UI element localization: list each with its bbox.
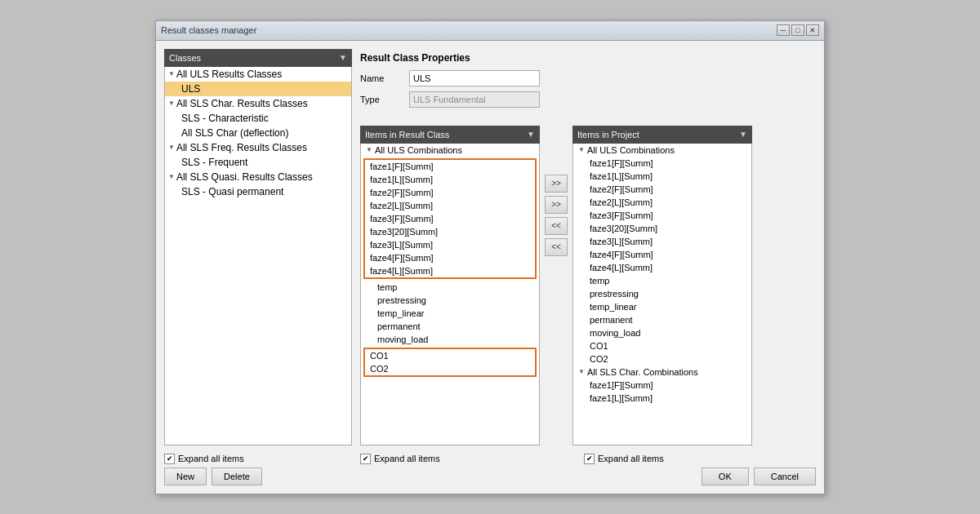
arrow-space [548,454,576,464]
proj-item-faze3f[interactable]: faze3[F][Summ] [573,209,751,222]
result-item-faze3-20[interactable]: faze3[20][Summ] [365,225,535,238]
expand-classes-item: ✔ Expand all items [164,454,352,464]
move-right-single-button[interactable]: >> [545,175,568,193]
proj-item-faze4f[interactable]: faze4[F][Summ] [573,248,751,261]
close-button[interactable]: ✕ [806,24,819,36]
result-item-prestressing[interactable]: prestressing [361,294,539,307]
sls-freq-item[interactable]: SLS - Frequent [165,155,351,170]
result-item-temp[interactable]: temp [361,281,539,294]
proj-item-co1[interactable]: CO1 [573,339,751,352]
result-item-faze2l[interactable]: faze2[L][Summ] [365,199,535,212]
sls-char-group-triangle: ▼ [168,100,175,107]
proj-item-moving-load[interactable]: moving_load [573,326,751,339]
name-input[interactable] [409,70,540,86]
expand-items-row: ✔ Expand all items ✔ Expand all items [360,454,816,464]
proj-item-prestressing[interactable]: prestressing [573,287,751,300]
move-right-double-button[interactable]: >> [545,196,568,214]
move-left-single-button[interactable]: << [545,217,568,235]
sls-freq-group-item[interactable]: ▼ All SLS Freq. Results Classes [165,140,351,155]
sls-quasi-group-triangle: ▼ [168,173,175,180]
proj-uls-comb-triangle: ▼ [578,146,585,153]
sls-char-item[interactable]: SLS - Characteristic [165,111,351,126]
restore-button[interactable]: □ [791,24,804,36]
proj-sls-char-triangle: ▼ [578,368,585,375]
new-button[interactable]: New [164,467,207,485]
expand-project-checkbox[interactable]: ✔ [584,454,595,464]
ok-button[interactable]: OK [702,467,749,485]
sls-quasi-label: SLS - Quasi permanent [181,186,283,197]
result-item-permanent[interactable]: permanent [361,320,539,333]
result-item-faze3f[interactable]: faze3[F][Summ] [365,212,535,225]
result-item-faze1l[interactable]: faze1[L][Summ] [365,173,535,186]
items-in-project-filter-icon[interactable]: ▼ [739,130,747,139]
proj-uls-comb-group[interactable]: ▼ All ULS Combinations [573,144,751,157]
proj-item-temp[interactable]: temp [573,274,751,287]
sls-quasi-group-label: All SLS Quasi. Results Classes [176,171,313,183]
proj-item-faze1l[interactable]: faze1[L][Summ] [573,170,751,183]
expand-project-item: ✔ Expand all items [584,454,764,464]
proj-item-faze1f[interactable]: faze1[F][Summ] [573,157,751,170]
sls-char-group-item[interactable]: ▼ All SLS Char. Results Classes [165,96,351,111]
items-in-project-list[interactable]: ▼ All ULS Combinations faze1[F][Summ] fa… [572,144,752,445]
proj-sls-char-group[interactable]: ▼ All SLS Char. Combinations [573,366,751,379]
expand-result-label: Expand all items [374,454,440,463]
top-section: Classes ▼ ▼ All ULS Results Classes ULS … [164,49,816,445]
right-section: Result Class Properties Name Type [360,49,816,445]
result-item-faze4l[interactable]: faze4[L][Summ] [365,264,535,277]
result-item-faze3l[interactable]: faze3[L][Summ] [365,238,535,251]
bottom-section: ✔ Expand all items New Delete ✔ [164,454,816,485]
sls-quasi-group-item[interactable]: ▼ All SLS Quasi. Results Classes [165,170,351,184]
result-item-co2[interactable]: CO2 [365,362,535,375]
result-item-temp-linear[interactable]: temp_linear [361,307,539,320]
items-in-result-filter-icon[interactable]: ▼ [527,130,535,139]
proj-sls-faze1f[interactable]: faze1[F][Summ] [573,379,751,392]
result-item-faze4f[interactable]: faze4[F][Summ] [365,251,535,264]
expand-result-checkbox[interactable]: ✔ [360,454,371,464]
ok-cancel-row: OK Cancel [360,467,816,485]
expand-classes-checkbox[interactable]: ✔ [164,454,175,464]
result-uls-comb-triangle: ▼ [366,146,372,153]
expand-result-container: ✔ Expand all items [360,454,540,464]
items-row: Items in Result Class ▼ ▼ All ULS Combin… [360,126,816,445]
cancel-button[interactable]: Cancel [754,467,816,485]
result-item-co1[interactable]: CO1 [365,349,535,362]
proj-item-faze2f[interactable]: faze2[F][Summ] [573,183,751,196]
proj-item-faze3l[interactable]: faze3[L][Summ] [573,235,751,248]
arrow-buttons-container: >> >> << << [545,126,568,256]
proj-item-temp-linear[interactable]: temp_linear [573,300,751,313]
result-item-moving-load[interactable]: moving_load [361,333,539,346]
move-left-double-button[interactable]: << [545,238,568,256]
proj-sls-faze1l[interactable]: faze1[L][Summ] [573,392,751,405]
result-orange-group1: faze1[F][Summ] faze1[L][Summ] faze2[F][S… [363,158,537,279]
items-in-result-list[interactable]: ▼ All ULS Combinations faze1[F][Summ] fa… [360,144,540,445]
proj-item-faze2l[interactable]: faze2[L][Summ] [573,196,751,209]
result-uls-comb-group[interactable]: ▼ All ULS Combinations [361,144,539,157]
type-input [409,91,540,108]
uls-item[interactable]: ULS [165,82,351,96]
sls-char-defl-item[interactable]: All SLS Char (deflection) [165,126,351,140]
type-label: Type [360,95,401,104]
window-controls: ─ □ ✕ [777,24,819,36]
proj-uls-comb-label: All ULS Combinations [587,145,675,155]
delete-button[interactable]: Delete [212,467,262,485]
items-in-project-panel: Items in Project ▼ ▼ All ULS Combination… [572,126,752,445]
proj-item-faze3-20[interactable]: faze3[20][Summ] [573,222,751,235]
proj-item-permanent[interactable]: permanent [573,313,751,326]
uls-group-item[interactable]: ▼ All ULS Results Classes [165,67,351,82]
new-delete-row: New Delete [164,467,352,485]
result-orange-group2: CO1 CO2 [363,348,537,377]
expand-row: ✔ Expand all items New Delete ✔ [164,454,816,485]
result-item-faze1f[interactable]: faze1[F][Summ] [365,160,535,173]
proj-item-faze4l[interactable]: faze4[L][Summ] [573,261,751,274]
name-label: Name [360,73,401,83]
minimize-button[interactable]: ─ [777,24,790,36]
sls-freq-label: SLS - Frequent [181,157,247,168]
classes-filter-icon[interactable]: ▼ [339,53,347,62]
proj-item-co2[interactable]: CO2 [573,352,751,366]
items-in-result-header: Items in Result Class ▼ [360,126,540,144]
classes-panel-header: Classes ▼ [164,49,352,67]
window-body: Classes ▼ ▼ All ULS Results Classes ULS … [156,41,824,494]
result-item-faze2f[interactable]: faze2[F][Summ] [365,186,535,199]
sls-quasi-item[interactable]: SLS - Quasi permanent [165,184,351,199]
sls-char-label: SLS - Characteristic [181,113,269,124]
